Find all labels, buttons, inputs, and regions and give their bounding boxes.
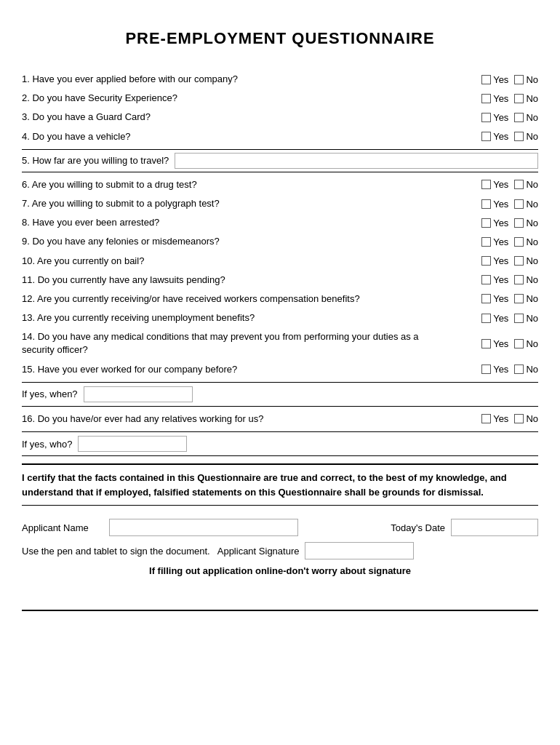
- checkbox-no-12[interactable]: [514, 294, 524, 303]
- no-label-3: No: [526, 112, 538, 123]
- yn-no-1[interactable]: No: [514, 74, 538, 85]
- no-label-12: No: [526, 293, 538, 304]
- checkbox-no-6[interactable]: [514, 180, 524, 189]
- checkbox-no-14[interactable]: [514, 339, 524, 348]
- no-label-4: No: [526, 131, 538, 142]
- checkbox-yes-14[interactable]: [481, 339, 491, 348]
- question-text-15: 15. Have you ever worked for our company…: [22, 363, 458, 376]
- yn-yes-16[interactable]: Yes: [481, 413, 508, 424]
- applicant-sig-row: Use the pen and tablet to sign the docum…: [22, 542, 538, 559]
- question-row-14: 14. Do you have any medical conditions t…: [22, 327, 538, 359]
- yn-no-14[interactable]: No: [514, 338, 538, 349]
- yn-yes-14[interactable]: Yes: [481, 338, 508, 349]
- checkbox-yes-13[interactable]: [481, 314, 491, 323]
- checkbox-yes-12[interactable]: [481, 294, 491, 303]
- checkbox-no-11[interactable]: [514, 275, 524, 284]
- yn-group-4: Yes No: [458, 131, 538, 142]
- yn-yes-11[interactable]: Yes: [481, 274, 508, 285]
- checkbox-no-16[interactable]: [514, 414, 524, 423]
- checkbox-no-2[interactable]: [514, 94, 524, 103]
- checkbox-yes-1[interactable]: [481, 75, 491, 84]
- yes-label-11: Yes: [493, 274, 508, 285]
- applicant-name-input[interactable]: [109, 519, 298, 536]
- yn-yes-13[interactable]: Yes: [481, 313, 508, 324]
- todays-date-input[interactable]: [451, 519, 538, 536]
- checkbox-yes-7[interactable]: [481, 199, 491, 209]
- checkbox-no-3[interactable]: [514, 113, 524, 122]
- checkbox-no-15[interactable]: [514, 364, 524, 374]
- yn-yes-12[interactable]: Yes: [481, 293, 508, 304]
- question-text-10: 10. Are you currently on bail?: [22, 255, 458, 268]
- yn-no-12[interactable]: No: [514, 293, 538, 304]
- checkbox-no-13[interactable]: [514, 314, 524, 323]
- checkbox-yes-9[interactable]: [481, 237, 491, 247]
- todays-date-label: Today's Date: [380, 522, 445, 533]
- yn-no-13[interactable]: No: [514, 313, 538, 324]
- checkbox-no-1[interactable]: [514, 75, 524, 84]
- yes-label-13: Yes: [493, 313, 508, 324]
- checkbox-yes-11[interactable]: [481, 275, 491, 284]
- yn-yes-8[interactable]: Yes: [481, 218, 508, 228]
- applicant-sig-input[interactable]: [305, 542, 414, 559]
- checkbox-yes-10[interactable]: [481, 256, 491, 266]
- no-label-13: No: [526, 313, 538, 324]
- yn-no-11[interactable]: No: [514, 274, 538, 285]
- yn-group-14: Yes No: [458, 338, 538, 349]
- yn-no-8[interactable]: No: [514, 218, 538, 228]
- yn-yes-7[interactable]: Yes: [481, 199, 508, 210]
- yes-label-15: Yes: [493, 364, 508, 375]
- no-label-10: No: [526, 255, 538, 266]
- yes-label-7: Yes: [493, 199, 508, 210]
- checkbox-yes-15[interactable]: [481, 364, 491, 374]
- yn-group-3: Yes No: [458, 112, 538, 123]
- travel-input[interactable]: [175, 153, 538, 169]
- page-title: PRE-EMPLOYMENT QUESTIONNAIRE: [22, 29, 538, 48]
- question-row-16: 16. Do you have/or ever had any relative…: [22, 410, 538, 429]
- if-yes-who-input[interactable]: [78, 436, 187, 452]
- yn-group-10: Yes No: [458, 255, 538, 266]
- yes-label-9: Yes: [493, 236, 508, 247]
- yn-no-6[interactable]: No: [514, 179, 538, 190]
- yn-group-12: Yes No: [458, 293, 538, 304]
- yn-yes-2[interactable]: Yes: [481, 93, 508, 104]
- yn-no-4[interactable]: No: [514, 131, 538, 142]
- question-text-4: 4. Do you have a vehicle?: [22, 130, 458, 143]
- yn-yes-4[interactable]: Yes: [481, 131, 508, 142]
- yn-no-15[interactable]: No: [514, 364, 538, 375]
- yn-no-10[interactable]: No: [514, 255, 538, 266]
- checkbox-yes-8[interactable]: [481, 218, 491, 228]
- checkbox-yes-16[interactable]: [481, 414, 491, 423]
- yn-yes-9[interactable]: Yes: [481, 236, 508, 247]
- if-yes-when-input[interactable]: [84, 386, 193, 402]
- yn-no-2[interactable]: No: [514, 93, 538, 104]
- yn-no-7[interactable]: No: [514, 199, 538, 210]
- if-yes-when-row: If yes, when?: [22, 382, 538, 407]
- no-label-14: No: [526, 338, 538, 349]
- yn-yes-1[interactable]: Yes: [481, 74, 508, 85]
- checkbox-yes-4[interactable]: [481, 132, 491, 141]
- no-label-7: No: [526, 199, 538, 210]
- if-yes-who-label: If yes, who?: [22, 439, 72, 450]
- question-text-7: 7. Are you willing to submit to a polygr…: [22, 197, 458, 210]
- checkbox-yes-2[interactable]: [481, 94, 491, 103]
- yn-yes-6[interactable]: Yes: [481, 179, 508, 190]
- question-row-13: 13. Are you currently receiving unemploy…: [22, 308, 538, 327]
- yn-no-3[interactable]: No: [514, 112, 538, 123]
- applicant-name-label: Applicant Name: [22, 522, 109, 533]
- yes-label-8: Yes: [493, 218, 508, 228]
- checkbox-yes-3[interactable]: [481, 113, 491, 122]
- page: PRE-EMPLOYMENT QUESTIONNAIRE 1. Have you…: [0, 0, 560, 745]
- checkbox-no-9[interactable]: [514, 237, 524, 247]
- yn-yes-10[interactable]: Yes: [481, 255, 508, 266]
- question-text-2: 2. Do you have Security Experience?: [22, 92, 458, 105]
- yn-no-9[interactable]: No: [514, 236, 538, 247]
- checkbox-no-8[interactable]: [514, 218, 524, 228]
- checkbox-yes-6[interactable]: [481, 180, 491, 189]
- checkbox-no-10[interactable]: [514, 256, 524, 266]
- yn-no-16[interactable]: No: [514, 413, 538, 424]
- yn-yes-3[interactable]: Yes: [481, 112, 508, 123]
- yn-yes-15[interactable]: Yes: [481, 364, 508, 375]
- yn-group-6: Yes No: [458, 179, 538, 190]
- checkbox-no-4[interactable]: [514, 132, 524, 141]
- checkbox-no-7[interactable]: [514, 199, 524, 209]
